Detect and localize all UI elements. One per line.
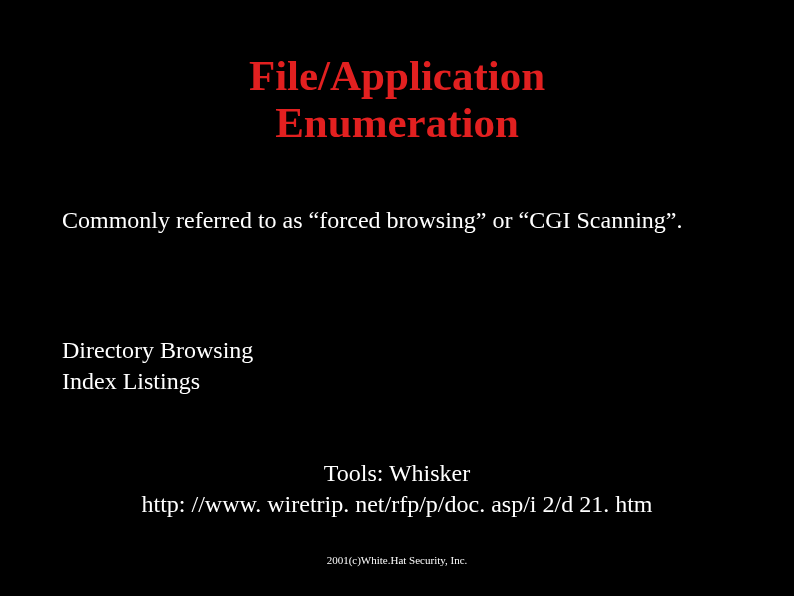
browsing-section: Directory Browsing Index Listings <box>62 335 253 397</box>
title-line-1: File/Application <box>249 52 545 99</box>
footer-copyright: 2001(c)White.Hat Security, Inc. <box>0 554 794 566</box>
tools-section: Tools: Whisker http: //www. wiretrip. ne… <box>62 458 732 520</box>
tools-url: http: //www. wiretrip. net/rfp/p/doc. as… <box>62 489 732 520</box>
slide-container: File/Application Enumeration Commonly re… <box>0 0 794 596</box>
browsing-line-2: Index Listings <box>62 366 253 397</box>
title-line-2: Enumeration <box>275 99 519 146</box>
slide-title: File/Application Enumeration <box>0 0 794 147</box>
browsing-line-1: Directory Browsing <box>62 335 253 366</box>
tools-label: Tools: Whisker <box>62 458 732 489</box>
intro-text: Commonly referred to as “forced browsing… <box>62 205 732 236</box>
